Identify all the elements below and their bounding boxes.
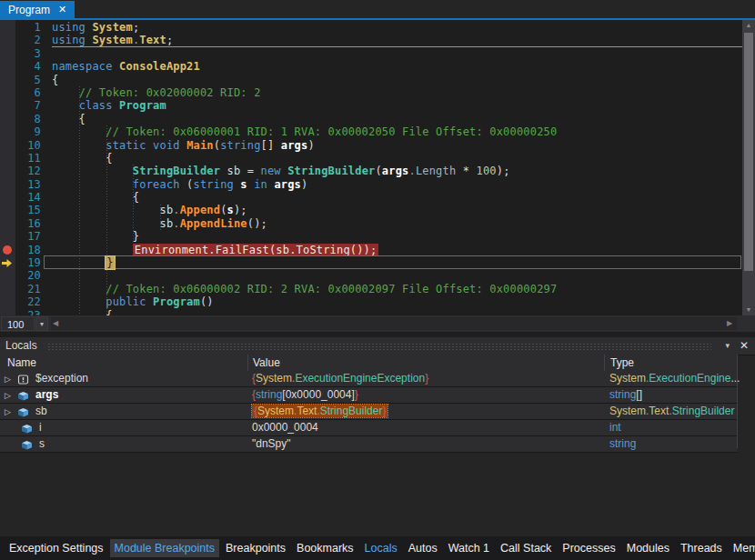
text-segment: ( — [220, 204, 226, 216]
variable-value[interactable]: {System.Text.StringBuilder} — [252, 404, 388, 418]
locals-column-header[interactable]: Name Value Type — [0, 355, 737, 372]
variable-name[interactable]: sb — [35, 404, 47, 418]
locals-rows: ▷$exception{System.ExecutionEngineExcept… — [0, 371, 737, 453]
text-segment: // Token: 0x02000002 RID: 2 — [79, 86, 261, 99]
code-line-11[interactable]: 11 { — [0, 152, 742, 165]
locals-row-i[interactable]: i0x0000_0004int — [0, 420, 737, 436]
column-header-name[interactable]: Name — [7, 356, 36, 369]
locals-row-sb[interactable]: ▷sb{System.Text.StringBuilder}System.Tex… — [0, 404, 737, 420]
code-line-2[interactable]: 2using System.Text; — [0, 34, 742, 46]
line-number: 5 — [0, 74, 41, 86]
code-line-7[interactable]: 7 class Program — [0, 99, 742, 112]
scroll-down-icon[interactable]: ▼ — [742, 305, 755, 315]
line-number: 3 — [0, 47, 41, 60]
code-line-17[interactable]: 17 } — [0, 230, 742, 243]
code-line-9[interactable]: 9 // Token: 0x06000001 RID: 1 RVA: 0x000… — [0, 125, 742, 138]
locals-panel-titlebar[interactable]: Locals ▾ ✕ — [0, 337, 755, 355]
text-segment: class — [79, 99, 113, 112]
zoom-dropdown-icon[interactable]: ▾ — [35, 316, 48, 331]
text-segment: StringBuilder — [672, 405, 735, 417]
text-segment: . — [173, 204, 179, 216]
code-line-15[interactable]: 15 sb.Append(s); — [0, 204, 742, 216]
text-segment: [] — [636, 388, 642, 401]
current-statement: } — [106, 256, 114, 269]
code-line-5[interactable]: 5{ — [0, 74, 742, 86]
panel-tab-breakpoints[interactable]: Breakpoints — [221, 539, 290, 557]
panel-tab-memory-1[interactable]: Memory 1 — [729, 539, 755, 557]
code-editor[interactable]: 1using System;2using System.Text;34names… — [0, 20, 742, 315]
locals-row-exception[interactable]: ▷$exception{System.ExecutionEngineExcept… — [0, 371, 737, 387]
text-segment — [113, 99, 119, 112]
variable-name[interactable]: $exception — [35, 371, 88, 385]
locals-row-args[interactable]: ▷args{string[0x0000_0004]}string[] — [0, 387, 737, 404]
code-line-12[interactable]: 12 StringBuilder sb = new StringBuilder(… — [0, 165, 742, 177]
editor-horizontal-scrollbar[interactable] — [51, 317, 737, 330]
panel-close-icon[interactable]: ✕ — [740, 340, 749, 352]
text-segment: int — [609, 421, 621, 434]
column-header-type[interactable]: Type — [610, 356, 634, 369]
code-line-23[interactable]: 23 { — [0, 309, 742, 315]
panel-tab-exception-settings[interactable]: Exception Settings — [5, 539, 108, 557]
local-variable-icon — [17, 406, 29, 416]
expander-icon[interactable]: ▷ — [5, 388, 11, 403]
locals-row-s[interactable]: s"dnSpy"string — [0, 436, 737, 453]
line-number: 15 — [0, 204, 41, 216]
tab-close-icon[interactable]: ✕ — [58, 5, 66, 15]
text-segment: args — [274, 178, 301, 191]
code-line-4[interactable]: 4namespace ConsoleApp21 — [0, 60, 742, 73]
variable-name[interactable]: s — [39, 436, 45, 451]
text-segment: 0x0000_0004 — [252, 421, 318, 434]
code-line-13[interactable]: 13 foreach (string s in args) — [0, 178, 742, 191]
panel-tab-processes[interactable]: Processes — [558, 539, 619, 557]
panel-menu-chevron-icon[interactable]: ▾ — [725, 342, 730, 350]
expander-icon[interactable]: ▷ — [5, 405, 11, 419]
vertical-scroll-thumb[interactable] — [744, 33, 753, 271]
text-segment: { — [52, 309, 113, 315]
variable-value[interactable]: "dnSpy" — [252, 436, 291, 451]
code-line-20[interactable]: 20 — [0, 269, 742, 282]
panel-tab-modules[interactable]: Modules — [622, 539, 674, 557]
code-line-8[interactable]: 8 { — [0, 113, 742, 125]
editor-vertical-scrollbar[interactable]: ▲ ▼ — [742, 20, 755, 315]
expander-icon[interactable]: ▷ — [5, 372, 11, 386]
code-text: } — [52, 256, 115, 269]
scroll-up-icon[interactable]: ▲ — [742, 20, 755, 31]
code-text: class Program — [52, 99, 166, 112]
panel-tab-bookmarks[interactable]: Bookmarks — [292, 539, 358, 557]
code-line-19[interactable]: 19 } — [0, 256, 742, 269]
code-line-16[interactable]: 16 sb.AppendLine(); — [0, 217, 742, 230]
column-separator[interactable] — [737, 355, 738, 448]
line-number: 1 — [0, 21, 41, 34]
text-segment: * — [456, 165, 476, 177]
variable-value[interactable]: {string[0x0000_0004]} — [252, 387, 358, 402]
panel-tab-threads[interactable]: Threads — [676, 539, 727, 557]
panel-tab-autos[interactable]: Autos — [404, 539, 442, 557]
variable-name[interactable]: i — [39, 420, 42, 435]
code-line-22[interactable]: 22 public Program() — [0, 295, 742, 308]
variable-value[interactable]: 0x0000_0004 — [252, 420, 318, 435]
text-segment: AppendLine — [180, 217, 247, 230]
tab-program[interactable]: Program ✕ — [0, 1, 75, 18]
code-line-6[interactable]: 6 // Token: 0x02000002 RID: 2 — [0, 86, 742, 99]
zoom-level-select[interactable]: 100 % — [1, 316, 35, 331]
panel-tab-call-stack[interactable]: Call Stack — [496, 539, 556, 557]
code-line-1[interactable]: 1using System; — [0, 21, 742, 34]
panel-tab-watch-1[interactable]: Watch 1 — [444, 539, 494, 557]
column-header-value[interactable]: Value — [253, 356, 280, 369]
scroll-right-icon[interactable]: ▶ — [727, 315, 732, 332]
variable-name[interactable]: args — [35, 387, 58, 402]
code-line-3[interactable]: 3 — [0, 47, 742, 60]
local-variable-icon — [17, 390, 29, 400]
panel-tab-module-breakpoints[interactable]: Module Breakpoints — [110, 539, 219, 557]
variable-value[interactable]: {System.ExecutionEngineException} — [252, 371, 428, 385]
text-segment: void — [153, 139, 180, 152]
code-line-14[interactable]: 14 { — [0, 191, 742, 204]
code-line-21[interactable]: 21 // Token: 0x06000002 RID: 2 RVA: 0x00… — [0, 283, 742, 295]
line-number: 9 — [0, 125, 41, 138]
code-line-18[interactable]: 18 Environment.FailFast(sb.ToString()); — [0, 244, 742, 256]
scroll-left-icon[interactable]: ◀ — [53, 315, 58, 332]
text-segment — [52, 165, 133, 177]
locals-panel: Locals ▾ ✕ Name Value Type ▷$exception{S… — [0, 337, 755, 536]
panel-tab-locals[interactable]: Locals — [360, 539, 402, 557]
code-line-10[interactable]: 10 static void Main(string[] args) — [0, 139, 742, 152]
